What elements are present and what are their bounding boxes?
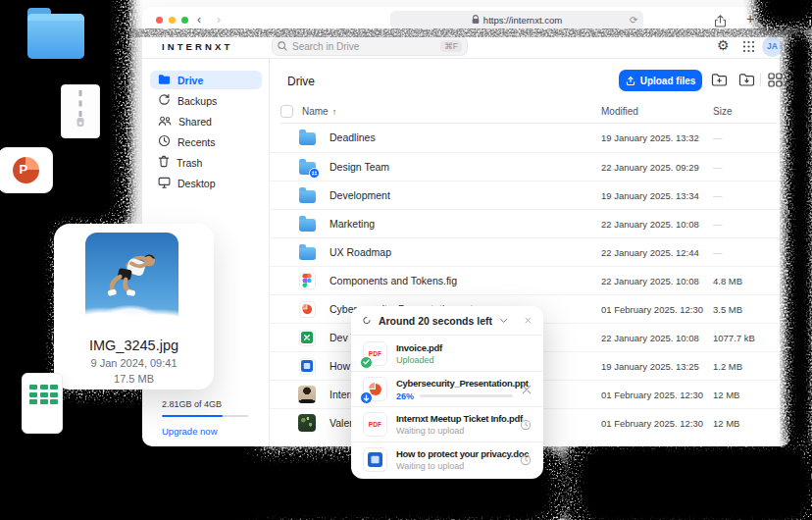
upload-item: How to protect your privacy.docWaiting t… (351, 442, 543, 477)
move-folder-icon[interactable] (738, 73, 755, 87)
shared-folder-icon (299, 162, 316, 175)
row-name: Design Team (330, 161, 389, 173)
row-size: — (713, 162, 723, 173)
popup-title: Around 20 seconds left (379, 315, 492, 327)
row-modified: 19 January 2025. 13:32 (601, 132, 699, 143)
row-modified: 01 February 2025. 12:30 (601, 304, 703, 315)
upload-item: PDFInternxt Meetup Ticket Info.pdfWaitin… (351, 406, 543, 442)
url-text: https://internxt.com (483, 15, 562, 26)
column-size[interactable]: Size (713, 106, 732, 117)
file-type-icon (299, 358, 316, 375)
breadcrumb: Drive (287, 75, 315, 88)
new-folder-icon[interactable] (711, 73, 728, 87)
uploading-arrow-icon (360, 391, 373, 404)
internxt-logo: INTERNXT (162, 41, 232, 52)
avatar[interactable]: JA (762, 36, 783, 57)
upgrade-link[interactable]: Upgrade now (162, 426, 255, 437)
storage-widget: 2.81GB of 4GB Upgrade now (162, 399, 255, 437)
sidebar-item-trash[interactable]: Trash (150, 153, 262, 172)
sidebar-item-label: Recents (178, 136, 216, 148)
waiting-clock-icon (520, 419, 532, 431)
upload-status: Waiting to upload (396, 426, 511, 436)
apps-grid-icon[interactable] (742, 39, 755, 57)
uploaded-check-icon (360, 356, 373, 369)
row-modified: 22 January 2025. 10:08 (601, 276, 699, 286)
folder-icon (299, 219, 316, 232)
photo-thumbnail (298, 414, 316, 432)
storage-bar-fill (162, 415, 223, 417)
close-window-button[interactable] (156, 17, 163, 24)
row-modified: 19 January 2025. 13:34 (601, 190, 699, 201)
back-icon[interactable]: ‹ (197, 13, 201, 26)
browser-chrome: ‹ › https://internxt.com ⟳ + (142, 7, 790, 33)
upload-item: PDFInvoice.pdfUploaded (351, 336, 543, 371)
select-all-checkbox[interactable] (280, 105, 293, 118)
photo-size: 17.5 MB (54, 373, 214, 385)
table-row[interactable]: UX Roadmap22 January 2025. 12:44— (270, 237, 790, 266)
row-name: Development (330, 189, 390, 201)
toolbar-divider (760, 73, 761, 86)
sidebar-item-recents[interactable]: Recents (150, 132, 262, 151)
upload-status: Waiting to upload (396, 461, 511, 471)
upload-item-name: Internxt Meetup Ticket Info.pdf (396, 413, 511, 424)
table-row[interactable]: Deadlines19 January 2025. 13:32— (270, 124, 790, 152)
shared-icon (158, 115, 172, 129)
gear-icon[interactable]: ⚙ (717, 37, 730, 53)
file-type-icon (299, 273, 316, 289)
row-size: — (713, 132, 723, 143)
folder-icon (299, 190, 316, 203)
upload-item-name: How to protect your privacy.doc (396, 448, 511, 459)
trash-icon (158, 155, 170, 170)
shared-badge-icon (309, 168, 320, 179)
upload-files-button[interactable]: Upload files (619, 70, 702, 91)
column-modified[interactable]: Modified (601, 106, 638, 117)
waiting-clock-icon (520, 454, 532, 466)
file-type-icon (363, 377, 387, 401)
sidebar-item-shared[interactable]: Shared (150, 112, 262, 130)
sidebar-item-desktop[interactable]: Desktop (150, 174, 262, 192)
row-size: 3.5 MB (713, 304, 742, 315)
share-icon[interactable] (715, 14, 726, 31)
row-modified: 01 February 2025. 12:30 (601, 418, 703, 429)
lock-icon (472, 15, 480, 25)
row-size: 12 MB (713, 390, 739, 400)
minimize-window-button[interactable] (169, 17, 176, 24)
address-bar[interactable]: https://internxt.com (390, 11, 643, 28)
table-row[interactable]: Design Team22 January 2025. 09:29— (270, 152, 790, 181)
column-name[interactable]: Name↑ (302, 106, 336, 117)
forward-icon[interactable]: › (217, 13, 221, 26)
close-icon[interactable] (525, 315, 532, 326)
new-tab-icon[interactable]: + (746, 13, 754, 25)
table-row[interactable]: Components and Tokens.fig22 January 2025… (270, 266, 790, 294)
upload-progress-bar (420, 394, 513, 397)
chevron-down-icon[interactable] (500, 317, 507, 325)
grid-view-icon[interactable] (768, 73, 785, 87)
photo-filename: IMG_3245.jpg (54, 338, 214, 353)
row-size: — (713, 247, 723, 258)
row-name: Components and Tokens.fig (330, 275, 457, 286)
sidebar-item-backups[interactable]: Backups (150, 91, 262, 110)
sidebar-item-label: Shared (178, 116, 212, 128)
file-type-icon: PDF (363, 412, 387, 437)
upload-files-label: Upload files (640, 76, 696, 86)
storage-usage: 2.81GB of 4GB (162, 399, 255, 409)
backups-icon (158, 93, 171, 108)
search-icon (278, 41, 287, 51)
sidebar-item-drive[interactable]: Drive (150, 71, 262, 89)
search-placeholder: Search in Drive (292, 41, 435, 52)
zoom-window-button[interactable] (181, 17, 188, 24)
sidebar-item-label: Drive (178, 75, 203, 86)
table-row[interactable]: Marketing22 January 2025. 10:08— (270, 209, 790, 237)
cancel-upload-icon[interactable] (522, 385, 532, 394)
table-row[interactable]: Development19 January 2025. 13:34— (270, 181, 790, 209)
folder-icon (299, 247, 316, 260)
row-modified: 22 January 2025. 10:08 (601, 333, 699, 343)
sidebar-item-label: Desktop (178, 178, 216, 189)
photo-date: 9 Jan 2024, 09:41 (54, 357, 214, 369)
row-name: Marketing (330, 218, 375, 230)
search-input[interactable]: Search in Drive ⌘F (272, 36, 468, 56)
desktop-icon (158, 177, 171, 190)
row-modified: 19 January 2025. 13:25 (601, 361, 699, 372)
powerpoint-icon: P (0, 147, 53, 193)
jumping-person (99, 248, 166, 301)
